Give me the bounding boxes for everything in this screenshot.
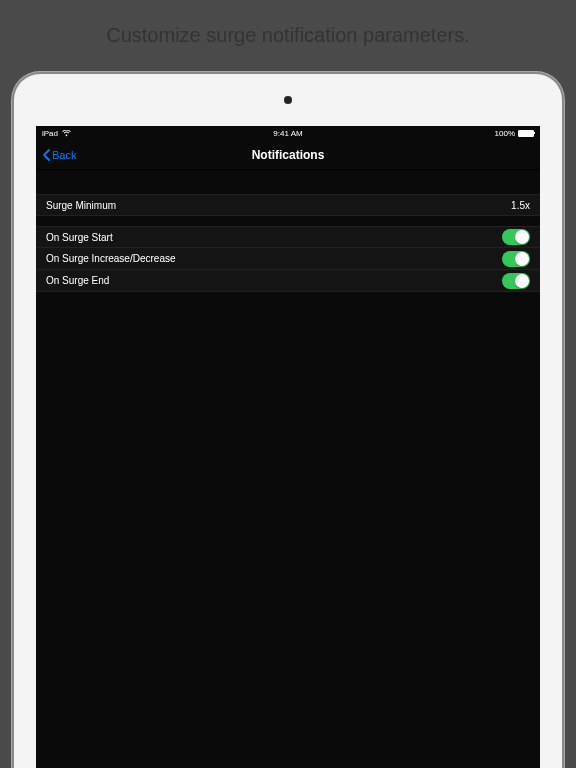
on-surge-change-label: On Surge Increase/Decrease	[46, 253, 502, 264]
on-surge-start-toggle[interactable]	[502, 229, 530, 245]
settings-content: Surge Minimum 1.5x On Surge Start On Sur…	[36, 170, 540, 292]
navigation-bar: Back Notifications	[36, 140, 540, 170]
back-label: Back	[52, 149, 76, 161]
surge-minimum-label: Surge Minimum	[46, 200, 511, 211]
on-surge-end-row: On Surge End	[36, 270, 540, 292]
surge-minimum-row[interactable]: Surge Minimum 1.5x	[36, 194, 540, 216]
back-button[interactable]: Back	[36, 149, 76, 161]
carrier-label: iPad	[42, 129, 58, 138]
chevron-left-icon	[42, 149, 50, 161]
on-surge-change-row: On Surge Increase/Decrease	[36, 248, 540, 270]
battery-pct-label: 100%	[495, 129, 515, 138]
front-camera	[284, 96, 292, 104]
battery-icon	[518, 130, 534, 137]
on-surge-end-toggle[interactable]	[502, 273, 530, 289]
page-title: Notifications	[252, 148, 325, 162]
on-surge-end-label: On Surge End	[46, 275, 502, 286]
marketing-caption: Customize surge notification parameters.	[0, 0, 576, 72]
on-surge-start-row: On Surge Start	[36, 226, 540, 248]
clock-label: 9:41 AM	[273, 129, 302, 138]
section-spacer	[36, 216, 540, 226]
ipad-frame: iPad 9:41 AM 100% Back Notifications	[12, 72, 564, 768]
surge-minimum-value: 1.5x	[511, 200, 530, 211]
on-surge-start-label: On Surge Start	[46, 232, 502, 243]
section-spacer	[36, 170, 540, 194]
status-bar: iPad 9:41 AM 100%	[36, 126, 540, 140]
wifi-icon	[62, 130, 71, 137]
on-surge-change-toggle[interactable]	[502, 251, 530, 267]
device-screen: iPad 9:41 AM 100% Back Notifications	[36, 126, 540, 768]
